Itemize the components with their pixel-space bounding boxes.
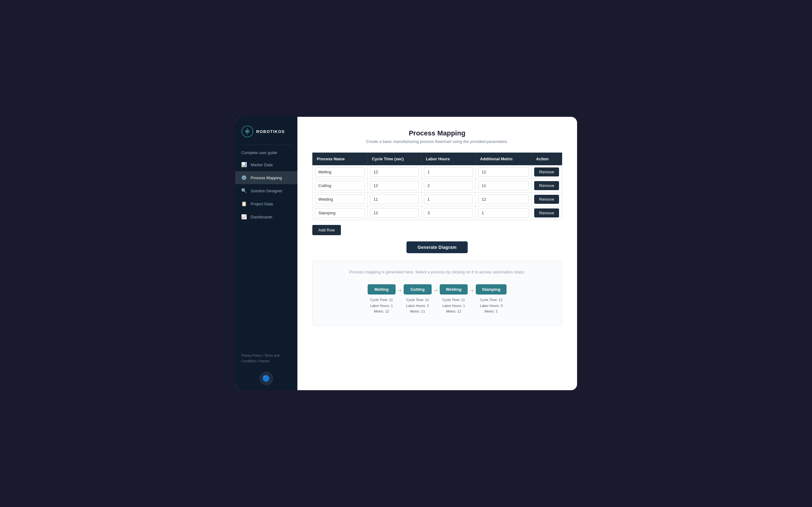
table-row: Remove <box>312 165 562 179</box>
process-mapping-icon: ⚙️ <box>241 175 247 180</box>
flow-step-stamping[interactable]: Stamping Cycle Time: 12 Labor Hours: 3 M… <box>476 284 506 315</box>
cell-cycle-time-2 <box>367 192 421 206</box>
flow-box-cutting: Cutting <box>404 284 432 294</box>
flow-step-cutting[interactable]: Cutting Cycle Time: 12 Labor Hours: 2 Me… <box>404 284 432 315</box>
imprint-link[interactable]: Imprint <box>260 359 269 363</box>
flow-info-melting: Cycle Time: 12 Labor Hours: 1 Metric: 12 <box>370 297 393 315</box>
cell-labor-hours-3 <box>421 206 476 220</box>
sidebar-label-project-data: Project Data <box>251 202 273 206</box>
input-process-name-1[interactable] <box>315 181 365 190</box>
sidebar-divider <box>240 145 292 145</box>
table-row: Remove <box>312 206 562 220</box>
flow-box-stamping: Stamping <box>476 284 506 294</box>
cell-action-2: Remove <box>532 192 562 206</box>
flow-box-welding: Welding <box>440 284 468 294</box>
cell-action-3: Remove <box>532 206 562 220</box>
add-row-button[interactable]: Add Row <box>312 225 341 235</box>
cell-labor-hours-0 <box>421 165 476 179</box>
project-data-icon: 📋 <box>241 201 247 207</box>
remove-button-2[interactable]: Remove <box>534 195 559 204</box>
svg-point-1 <box>246 130 249 133</box>
screen-wrapper: ROBOTIKOS Complete user guide 📊 Master D… <box>235 117 577 390</box>
cell-labor-hours-1 <box>421 179 476 192</box>
flow-box-melting: Melting <box>368 284 395 294</box>
input-process-name-2[interactable] <box>315 194 365 204</box>
cell-additional-metric-3 <box>476 206 531 220</box>
flow-arrow: → <box>395 284 404 294</box>
logo: ROBOTIKOS <box>235 117 297 145</box>
input-additional-metric-0[interactable] <box>478 167 529 177</box>
col-header-action: Action <box>532 153 562 165</box>
cell-cycle-time-0 <box>367 165 421 179</box>
input-labor-hours-0[interactable] <box>424 167 473 177</box>
input-cycle-time-2[interactable] <box>370 194 419 204</box>
diagram-hint: Process mapping is generated here. Selec… <box>320 270 554 274</box>
flow-step-welding[interactable]: Welding Cycle Time: 11 Labor Hours: 1 Me… <box>440 284 468 315</box>
flow-info-welding: Cycle Time: 11 Labor Hours: 1 Metric: 12 <box>442 297 465 315</box>
table-row: Remove <box>312 192 562 206</box>
fingerprint-icon: 🔵 <box>262 375 270 382</box>
input-cycle-time-1[interactable] <box>370 181 419 190</box>
page-subtitle: Create a basic manufacturing process flo… <box>312 139 562 144</box>
input-labor-hours-2[interactable] <box>424 194 473 204</box>
generate-diagram-button[interactable]: Generate Diagram <box>407 241 468 253</box>
col-header-cycle-time: Cycle Time (sec) <box>367 153 421 165</box>
fingerprint-button[interactable]: 🔵 <box>260 372 273 385</box>
sidebar-item-process-mapping[interactable]: ⚙️ Process Mapping <box>235 171 297 184</box>
cell-action-0: Remove <box>532 165 562 179</box>
cell-action-1: Remove <box>532 179 562 192</box>
input-cycle-time-3[interactable] <box>370 208 419 218</box>
sidebar-label-process-mapping: Process Mapping <box>251 175 282 180</box>
sidebar-label-dashboards: Dashboards <box>251 215 273 219</box>
sidebar-item-solution-designer[interactable]: 🔍 Solution Designer <box>235 184 297 197</box>
sidebar-nav: 📊 Master Data ⚙️ Process Mapping 🔍 Solut… <box>235 158 297 223</box>
cell-labor-hours-2 <box>421 192 476 206</box>
logo-icon <box>241 125 253 137</box>
flow-info-stamping: Cycle Time: 12 Labor Hours: 3 Metric: 1 <box>480 297 502 315</box>
input-labor-hours-1[interactable] <box>424 181 473 190</box>
page-title: Process Mapping <box>312 129 562 137</box>
flow-arrow: → <box>432 284 440 294</box>
table-row: Remove <box>312 179 562 192</box>
sidebar-label-solution-designer: Solution Designer <box>251 188 283 193</box>
cell-process-name-0 <box>312 165 367 179</box>
remove-button-1[interactable]: Remove <box>534 181 559 190</box>
dashboards-icon: 📈 <box>241 214 247 220</box>
privacy-link[interactable]: Privacy Policy <box>241 353 262 357</box>
input-additional-metric-2[interactable] <box>478 194 529 204</box>
flow-arrow: → <box>468 284 476 294</box>
cell-cycle-time-3 <box>367 206 421 220</box>
cell-cycle-time-1 <box>367 179 421 192</box>
diagram-area: Process mapping is generated here. Selec… <box>312 261 562 326</box>
page-header: Process Mapping Create a basic manufactu… <box>312 129 562 144</box>
cell-process-name-2 <box>312 192 367 206</box>
flow-step-melting[interactable]: Melting Cycle Time: 12 Labor Hours: 1 Me… <box>368 284 395 315</box>
user-guide-link[interactable]: Complete user guide <box>235 148 297 158</box>
col-header-labor-hours: Labor Hours <box>421 153 476 165</box>
remove-button-0[interactable]: Remove <box>534 167 559 176</box>
remove-button-3[interactable]: Remove <box>534 209 559 218</box>
main-content: Process Mapping Create a basic manufactu… <box>297 117 577 390</box>
input-labor-hours-3[interactable] <box>424 208 473 218</box>
logo-text: ROBOTIKOS <box>256 129 285 134</box>
cell-process-name-1 <box>312 179 367 192</box>
sidebar-item-project-data[interactable]: 📋 Project Data <box>235 197 297 210</box>
input-additional-metric-3[interactable] <box>478 208 529 218</box>
cell-additional-metric-2 <box>476 192 531 206</box>
input-process-name-3[interactable] <box>315 208 365 218</box>
input-additional-metric-1[interactable] <box>478 181 529 190</box>
sidebar-label-master-data: Master Data <box>251 163 273 167</box>
flow-diagram: Melting Cycle Time: 12 Labor Hours: 1 Me… <box>320 284 554 315</box>
col-header-additional-metric: Additional Metric <box>476 153 531 165</box>
flow-info-cutting: Cycle Time: 12 Labor Hours: 2 Metric: 11 <box>406 297 429 315</box>
input-process-name-0[interactable] <box>315 167 365 177</box>
solution-designer-icon: 🔍 <box>241 188 247 193</box>
cell-process-name-3 <box>312 206 367 220</box>
cell-additional-metric-1 <box>476 179 531 192</box>
sidebar-item-dashboards[interactable]: 📈 Dashboards <box>235 210 297 223</box>
sidebar-item-master-data[interactable]: 📊 Master Data <box>235 158 297 171</box>
process-table: Process Name Cycle Time (sec) Labor Hour… <box>312 153 562 220</box>
input-cycle-time-0[interactable] <box>370 167 419 177</box>
sidebar: ROBOTIKOS Complete user guide 📊 Master D… <box>235 117 297 390</box>
cell-additional-metric-0 <box>476 165 531 179</box>
